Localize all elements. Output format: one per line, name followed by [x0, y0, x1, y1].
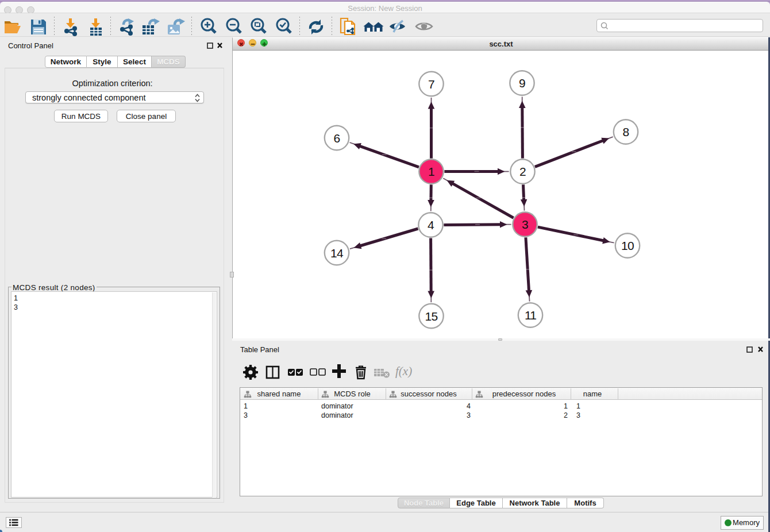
svg-text:15: 15	[425, 310, 438, 323]
svg-text:8: 8	[623, 125, 629, 138]
svg-text:10: 10	[621, 239, 634, 252]
svg-text:7: 7	[428, 78, 434, 91]
svg-text:2: 2	[519, 165, 526, 178]
svg-text:14: 14	[330, 246, 344, 260]
svg-text:6: 6	[334, 132, 340, 145]
svg-text:4: 4	[428, 218, 434, 232]
svg-text:9: 9	[519, 76, 525, 90]
svg-text:11: 11	[525, 309, 536, 322]
svg-text:1: 1	[428, 165, 434, 178]
svg-text:3: 3	[522, 218, 528, 231]
